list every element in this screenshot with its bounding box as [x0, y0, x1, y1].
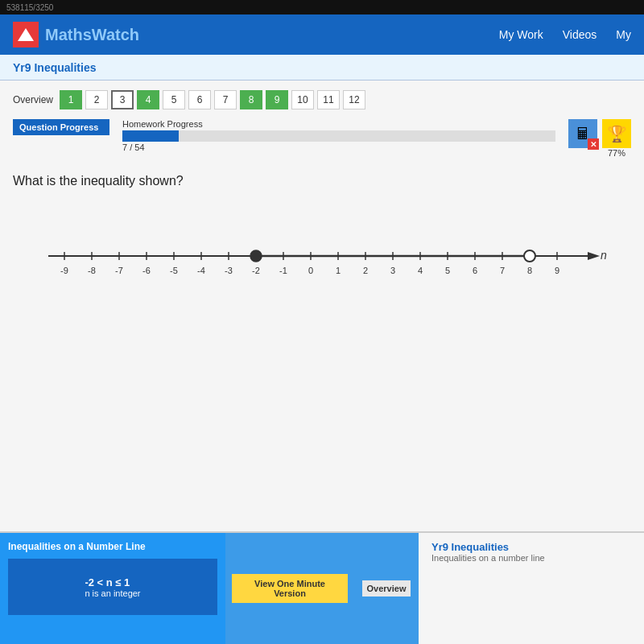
svg-text:1: 1: [336, 266, 341, 275]
svg-text:0: 0: [308, 266, 313, 275]
bottom-left: Inequalities on a Number Line -2 < n ≤ 1…: [0, 533, 225, 644]
bottom-panel: Inequalities on a Number Line -2 < n ≤ 1…: [0, 531, 644, 644]
tab-5[interactable]: 5: [163, 90, 185, 109]
number-line-container: -9 -8 -7 -6 -5 -4 -3 -2 -1 0 1 2 3 4 5 6…: [13, 208, 631, 299]
progress-bar-inner: [122, 130, 179, 142]
header: MathsWatch My Work Videos My: [0, 14, 644, 55]
svg-text:-6: -6: [142, 266, 151, 275]
logo-diamond: [18, 28, 34, 41]
view-one-minute-button[interactable]: View One Minute Version: [232, 574, 348, 603]
main-content: Overview 1 2 3 4 5 6 7 8 9 10 11 12 Ques…: [0, 80, 644, 531]
page-title-bar: Yr9 Inequalities: [0, 55, 644, 80]
tab-3[interactable]: 3: [111, 90, 134, 109]
svg-text:2: 2: [363, 266, 368, 275]
bottom-middle: View One Minute Version: [225, 533, 354, 644]
nav-my[interactable]: My: [616, 28, 631, 41]
top-bar: 538115/3250: [0, 0, 644, 14]
svg-text:-5: -5: [170, 266, 178, 275]
svg-text:-1: -1: [279, 266, 287, 275]
tab-7[interactable]: 7: [214, 90, 237, 109]
tab-1[interactable]: 1: [60, 90, 82, 109]
filled-dot: [250, 250, 262, 262]
trophy-icon: 🏆: [602, 119, 631, 148]
svg-text:8: 8: [527, 266, 532, 275]
svg-text:-7: -7: [115, 266, 123, 275]
logo-maths: Maths: [45, 26, 92, 43]
tab-2[interactable]: 2: [85, 90, 108, 109]
percent-text: 77%: [608, 148, 625, 158]
svg-text:-8: -8: [88, 266, 96, 275]
tab-9[interactable]: 9: [266, 90, 288, 109]
svg-text:5: 5: [445, 266, 450, 275]
tab-8[interactable]: 8: [240, 90, 262, 109]
tab-6[interactable]: 6: [188, 90, 211, 109]
tab-10[interactable]: 10: [291, 90, 314, 109]
calculator-icon: 🖩 ✕: [568, 119, 597, 148]
svg-marker-1: [588, 252, 600, 260]
logo-watch: Watch: [92, 26, 139, 43]
nav-links: My Work Videos My: [499, 28, 631, 41]
svg-text:7: 7: [500, 266, 505, 275]
bottom-answer-line1: -2 < n ≤ 1: [85, 576, 140, 588]
svg-text:-3: -3: [225, 266, 233, 275]
tab-11[interactable]: 11: [317, 90, 340, 109]
tab-12[interactable]: 12: [343, 90, 365, 109]
tabs-row: Overview 1 2 3 4 5 6 7 8 9 10 11 12: [13, 90, 631, 109]
progress-section: Question Progress Homework Progress 7 / …: [13, 119, 631, 158]
logo-text: MathsWatch: [45, 26, 139, 44]
svg-text:-9: -9: [60, 266, 68, 275]
number-line-svg: -9 -8 -7 -6 -5 -4 -3 -2 -1 0 1 2 3 4 5 6…: [37, 224, 607, 288]
bottom-left-title: Inequalities on a Number Line: [8, 541, 217, 552]
logo-icon: [13, 22, 39, 47]
nav-my-work[interactable]: My Work: [499, 28, 543, 41]
top-bar-text: 538115/3250: [6, 3, 53, 12]
question-progress-label: Question Progress: [13, 119, 109, 135]
question-text: What is the inequality shown?: [13, 174, 631, 188]
bottom-right-subtitle: Inequalities on a number line: [431, 553, 631, 563]
bottom-right-title: Yr9 Inequalities: [431, 541, 631, 553]
page-title: Yr9 Inequalities: [13, 61, 96, 74]
svg-text:n: n: [601, 249, 607, 262]
progress-fraction: 7 / 54: [122, 142, 555, 152]
bottom-right: Yr9 Inequalities Inequalities on a numbe…: [419, 533, 644, 644]
tab-4[interactable]: 4: [137, 90, 159, 109]
icons-row: 🖩 ✕ 🏆 77%: [568, 119, 631, 158]
bottom-left-thumb: -2 < n ≤ 1 n is an integer: [8, 559, 217, 615]
svg-text:-2: -2: [252, 266, 260, 275]
svg-text:6: 6: [473, 266, 477, 275]
overview-button[interactable]: Overview: [362, 580, 411, 597]
svg-text:4: 4: [418, 266, 423, 275]
svg-text:9: 9: [555, 266, 559, 275]
svg-text:-4: -4: [197, 266, 205, 275]
progress-bar-outer: [122, 130, 555, 142]
overview-label[interactable]: Overview: [13, 94, 53, 105]
calc-x-icon: ✕: [588, 138, 599, 150]
progress-bar-container: Homework Progress 7 / 54: [122, 119, 555, 152]
bottom-answer-line2: n is an integer: [85, 588, 140, 598]
nav-videos[interactable]: Videos: [563, 28, 597, 41]
homework-label: Homework Progress: [122, 119, 555, 129]
svg-text:3: 3: [390, 266, 395, 275]
open-dot: [524, 250, 535, 262]
